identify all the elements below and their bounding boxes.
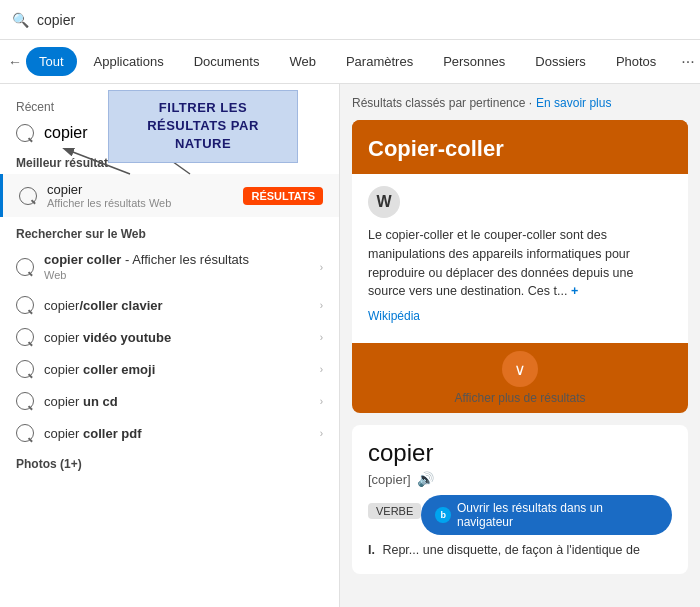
web-search-icon-1 <box>16 296 34 314</box>
dict-definition: I. Repr... une disquette, de façon à l'i… <box>368 541 672 560</box>
relevance-text: Résultats classés par pertinence · <box>352 96 532 110</box>
best-result-subtitle: Afficher les résultats Web <box>47 197 233 209</box>
wiki-card-body: W Le copier-coller et le couper-coller s… <box>352 174 688 343</box>
more-results-button[interactable]: ∨ Afficher plus de résultats <box>352 343 688 413</box>
tab-web[interactable]: Web <box>276 47 329 76</box>
wiki-description: Le copier-coller et le couper-coller son… <box>368 226 672 301</box>
recent-search-icon <box>16 124 34 142</box>
dict-word: copier <box>368 439 672 467</box>
open-browser-label: Ouvrir les résultats dans un navigateur <box>457 501 658 529</box>
web-item-text-5: copier coller pdf <box>44 426 310 441</box>
chevron-icon-2: › <box>320 332 323 343</box>
web-item-0[interactable]: copier coller - Afficher les résultatsWe… <box>0 245 339 289</box>
wikipedia-logo: W <box>368 186 400 218</box>
tab-dossiers[interactable]: Dossiers <box>522 47 599 76</box>
web-item-text-3: copier coller emoji <box>44 362 310 377</box>
tab-photos[interactable]: Photos <box>603 47 669 76</box>
best-result-item[interactable]: copier Afficher les résultats Web RÉSULT… <box>0 174 339 217</box>
chevron-down-icon: ∨ <box>514 360 526 379</box>
best-result-text-area: copier Afficher les résultats Web <box>47 182 233 209</box>
open-browser-button[interactable]: b Ouvrir les résultats dans un navigateu… <box>421 495 672 535</box>
right-panel: Résultats classés par pertinence · En sa… <box>340 84 700 607</box>
tab-tout[interactable]: Tout <box>26 47 77 76</box>
web-search-icon-4 <box>16 392 34 410</box>
web-item-5[interactable]: copier coller pdf › <box>0 417 339 449</box>
wikipedia-link[interactable]: Wikipédia <box>368 309 672 323</box>
results-badge: RÉSULTATS <box>243 187 323 205</box>
chevron-icon-4: › <box>320 396 323 407</box>
bing-icon: b <box>435 507 451 523</box>
web-item-4[interactable]: copier un cd › <box>0 385 339 417</box>
search-bar: 🔍 copier <box>0 0 700 40</box>
more-tabs-button[interactable]: ··· <box>673 49 700 75</box>
chevron-icon-1: › <box>320 300 323 311</box>
left-panel: Récent copier Meilleur résultat copier A… <box>0 84 340 607</box>
chevron-icon-5: › <box>320 428 323 439</box>
tab-bar: ← Tout Applications Documents Web Paramè… <box>0 40 700 84</box>
wiki-card: Copier-coller W Le copier-coller et le c… <box>352 120 688 413</box>
pronunciation-text: [copier] <box>368 472 411 487</box>
learn-more-link[interactable]: En savoir plus <box>536 96 611 110</box>
best-result-title: copier <box>47 182 233 197</box>
more-results-text: Afficher plus de résultats <box>454 391 585 405</box>
chevron-icon-0: › <box>320 262 323 273</box>
dictionary-card: copier [copier] 🔊 VERBE b Ouvrir les rés… <box>352 425 688 574</box>
best-result-label: Meilleur résultat <box>0 148 339 174</box>
tab-documents[interactable]: Documents <box>181 47 273 76</box>
web-search-label: Rechercher sur le Web <box>0 217 339 245</box>
tab-personnes[interactable]: Personnes <box>430 47 518 76</box>
web-item-1[interactable]: copier/coller clavier › <box>0 289 339 321</box>
web-search-icon-2 <box>16 328 34 346</box>
web-item-text-0: copier coller - Afficher les résultatsWe… <box>44 252 310 282</box>
relevance-bar: Résultats classés par pertinence · En sa… <box>352 96 688 110</box>
dict-pronunciation: [copier] 🔊 <box>368 471 672 487</box>
pos-badge: VERBE <box>368 503 421 519</box>
main-content: Récent copier Meilleur résultat copier A… <box>0 84 700 607</box>
recent-item-text: copier <box>44 124 88 142</box>
tab-parametres[interactable]: Paramètres <box>333 47 426 76</box>
web-item-text-4: copier un cd <box>44 394 310 409</box>
recent-item[interactable]: copier <box>0 118 339 148</box>
more-results-chevron[interactable]: ∨ <box>502 351 538 387</box>
photos-label: Photos (1+) <box>0 449 339 475</box>
wiki-title: Copier-coller <box>368 136 672 162</box>
web-search-icon-0 <box>16 258 34 276</box>
web-item-text-1: copier/coller clavier <box>44 298 310 313</box>
wiki-card-header: Copier-coller <box>352 120 688 174</box>
web-item-2[interactable]: copier vidéo youtube › <box>0 321 339 353</box>
back-button[interactable]: ← <box>8 48 22 76</box>
search-query: copier <box>37 12 75 28</box>
web-search-icon-3 <box>16 360 34 378</box>
wiki-plus[interactable]: + <box>571 284 578 298</box>
recent-label: Récent <box>0 96 339 118</box>
best-result-icon <box>19 187 37 205</box>
web-item-3[interactable]: copier coller emoji › <box>0 353 339 385</box>
web-search-icon-5 <box>16 424 34 442</box>
chevron-icon-3: › <box>320 364 323 375</box>
web-item-text-2: copier vidéo youtube <box>44 330 310 345</box>
speaker-icon[interactable]: 🔊 <box>417 471 434 487</box>
search-icon: 🔍 <box>12 12 29 28</box>
tab-applications[interactable]: Applications <box>81 47 177 76</box>
